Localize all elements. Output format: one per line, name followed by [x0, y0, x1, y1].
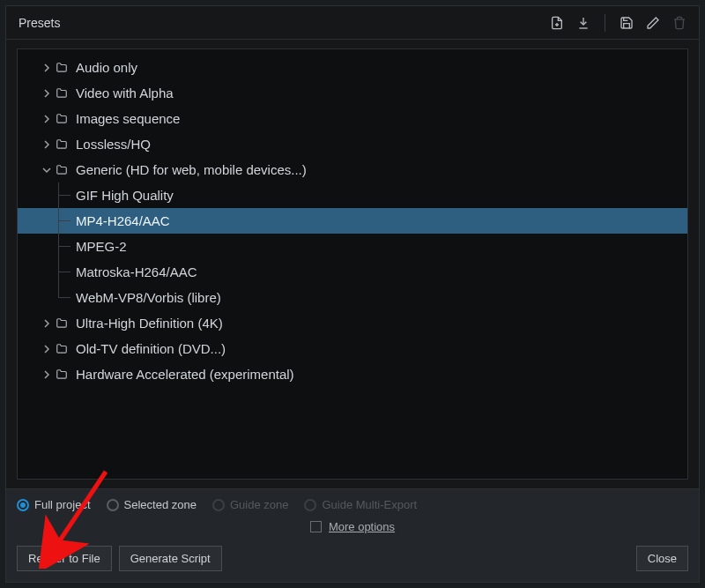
preset-label: GIF High Quality [76, 186, 174, 205]
preset-label: Matroska-H264/AAC [76, 263, 197, 281]
chevron-right-icon [41, 345, 53, 354]
preset-mp4-h264[interactable]: MP4-H264/AAC [18, 208, 687, 234]
folder-icon [55, 113, 70, 125]
button-row: Render to File Generate Script Close [17, 546, 688, 571]
more-options-row: More options [17, 520, 688, 533]
radio-icon [304, 499, 316, 511]
chevron-right-icon [41, 63, 53, 72]
preset-mpeg2[interactable]: MPEG-2 [18, 234, 687, 259]
chevron-right-icon [41, 370, 53, 379]
chevron-down-icon [41, 166, 53, 175]
preset-label: MP4-H264/AAC [76, 212, 170, 230]
preset-label: MPEG-2 [76, 237, 127, 256]
generate-script-button[interactable]: Generate Script [119, 546, 222, 571]
chevron-right-icon [41, 319, 53, 328]
panel-title: Presets [19, 16, 550, 30]
tree-item-generic[interactable]: Generic (HD for web, mobile devices...) [18, 157, 687, 182]
folder-icon [55, 62, 70, 74]
radio-label: Guide Multi-Export [322, 498, 417, 511]
chevron-right-icon [41, 89, 53, 98]
render-to-file-button[interactable]: Render to File [17, 546, 112, 571]
folder-icon [55, 164, 70, 176]
tree-item-uhd[interactable]: Ultra-High Definition (4K) [18, 310, 687, 336]
preset-label: WebM-VP8/Vorbis (libre) [76, 288, 221, 307]
folder-icon [55, 368, 70, 381]
tree-label: Hardware Accelerated (experimental) [76, 365, 294, 383]
chevron-right-icon [41, 140, 53, 149]
tree-label: Images sequence [76, 109, 180, 128]
radio-label: Guide zone [230, 498, 289, 511]
tree-label: Ultra-High Definition (4K) [76, 314, 223, 332]
chevron-right-icon [41, 115, 53, 123]
panel-header: Presets [6, 6, 699, 40]
tree-label: Lossless/HQ [76, 135, 151, 153]
radio-icon [107, 499, 119, 511]
folder-icon [55, 343, 70, 355]
tree-item-oldtv[interactable]: Old-TV definition (DVD...) [18, 336, 687, 361]
preset-webm[interactable]: WebM-VP8/Vorbis (libre) [18, 285, 687, 310]
download-icon[interactable] [576, 16, 590, 30]
tree-item-audio-only[interactable]: Audio only [18, 55, 687, 80]
radio-label: Selected zone [124, 498, 197, 511]
toolbar-separator [605, 14, 605, 32]
preset-matroska[interactable]: Matroska-H264/AAC [18, 259, 687, 285]
edit-icon[interactable] [646, 16, 660, 30]
tree-item-hwaccel[interactable]: Hardware Accelerated (experimental) [18, 361, 687, 387]
render-scope-radios: Full project Selected zone Guide zone Gu… [17, 498, 688, 511]
tree-label: Audio only [76, 58, 137, 77]
more-options-link[interactable]: More options [329, 520, 395, 533]
header-toolbar [550, 14, 686, 32]
more-options-checkbox[interactable] [310, 521, 322, 532]
folder-icon [55, 87, 70, 100]
preset-gif-hq[interactable]: GIF High Quality [18, 182, 687, 208]
radio-guide-zone: Guide zone [212, 498, 289, 511]
tree-item-lossless[interactable]: Lossless/HQ [18, 131, 687, 157]
presets-panel: Presets [5, 5, 700, 583]
new-preset-icon[interactable] [550, 16, 564, 30]
radio-full-project[interactable]: Full project [17, 498, 91, 511]
panel-footer: Full project Selected zone Guide zone Gu… [6, 488, 699, 582]
tree-item-video-alpha[interactable]: Video with Alpha [18, 80, 687, 106]
close-button[interactable]: Close [636, 546, 688, 571]
save-preset-icon[interactable] [620, 16, 634, 30]
tree-label: Old-TV definition (DVD...) [76, 339, 226, 358]
delete-icon [672, 16, 686, 30]
presets-tree: Audio only Video with Alpha Images seque… [17, 48, 688, 480]
radio-guide-multi: Guide Multi-Export [304, 498, 417, 511]
radio-label: Full project [34, 498, 91, 511]
radio-icon [212, 499, 225, 511]
folder-icon [55, 317, 70, 330]
tree-label: Generic (HD for web, mobile devices...) [76, 160, 307, 179]
radio-icon [17, 499, 29, 511]
tree-label: Video with Alpha [76, 84, 174, 102]
radio-selected-zone[interactable]: Selected zone [107, 498, 197, 511]
tree-item-images-seq[interactable]: Images sequence [18, 106, 687, 131]
folder-icon [55, 138, 70, 151]
